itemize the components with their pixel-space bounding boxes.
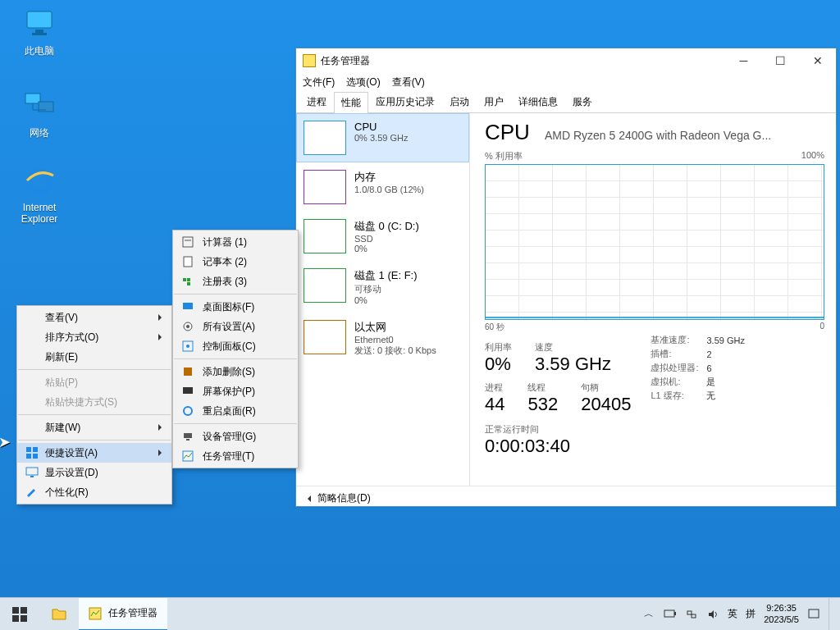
sm-notepad[interactable]: 记事本 (2) — [173, 252, 298, 272]
svg-point-7 — [29, 171, 50, 193]
ctx-personalize[interactable]: 个性化(R) — [17, 482, 171, 502]
menu-options[interactable]: 选项(O) — [346, 75, 380, 89]
settings-group-icon — [24, 445, 40, 461]
cat-cpu[interactable]: CPU0% 3.59 GHz — [296, 113, 469, 162]
sm-regedit[interactable]: 注册表 (3) — [173, 272, 298, 291]
tab-users[interactable]: 用户 — [477, 91, 511, 112]
tray-clock[interactable]: 9:26:352023/5/5 — [764, 603, 799, 624]
ie-icon — [22, 164, 57, 199]
minimize-button[interactable]: ─ — [725, 48, 762, 73]
tab-app-history[interactable]: 应用历史记录 — [368, 91, 442, 112]
svg-point-22 — [186, 325, 189, 328]
svg-rect-35 — [692, 614, 696, 618]
tab-processes[interactable]: 进程 — [299, 91, 334, 112]
handle-value: 20405 — [581, 394, 631, 415]
sm-deskicon[interactable]: 桌面图标(F) — [173, 297, 298, 317]
svg-rect-26 — [183, 387, 193, 394]
brush-icon — [24, 484, 40, 500]
titlebar[interactable]: 任务管理器 ─ ☐ ✕ — [296, 48, 836, 73]
window-title: 任务管理器 — [321, 54, 370, 68]
disk-thumb-icon — [304, 268, 346, 303]
start-button[interactable] — [0, 598, 39, 631]
menubar: 文件(F) 选项(O) 查看(V) — [296, 73, 836, 91]
tab-services[interactable]: 服务 — [565, 91, 600, 112]
taskbar-task-manager[interactable]: 任务管理器 — [79, 598, 167, 631]
ctx-quick-settings[interactable]: 便捷设置(A) — [17, 443, 171, 463]
sm-allsettings[interactable]: 所有设置(A) — [173, 317, 298, 336]
ctx-sort[interactable]: 排序方式(O) — [17, 327, 171, 347]
show-desktop-button[interactable] — [829, 598, 837, 631]
label: 进程 — [485, 381, 504, 394]
tab-startup[interactable]: 启动 — [442, 91, 477, 112]
svg-rect-8 — [26, 447, 31, 452]
tab-performance[interactable]: 性能 — [334, 92, 368, 113]
network-icon — [22, 89, 57, 123]
svg-rect-1 — [35, 30, 43, 33]
chart-ylabel: % 利用率 — [485, 150, 523, 162]
desktop-icon-ie[interactable]: Internet Explorer — [8, 164, 71, 225]
svg-rect-16 — [184, 257, 192, 267]
windows-logo-icon — [12, 607, 27, 622]
svg-rect-0 — [27, 11, 52, 28]
sm-task-manager[interactable]: 任务管理(T) — [173, 446, 298, 466]
menu-view[interactable]: 查看(V) — [392, 75, 425, 89]
sm-screensaver[interactable]: 屏幕保护(P) — [173, 381, 298, 401]
svg-rect-13 — [30, 476, 34, 477]
label: 线程 — [527, 381, 558, 394]
screensaver-icon — [180, 383, 196, 399]
svg-rect-10 — [26, 454, 31, 459]
cpu-utilization-chart[interactable] — [485, 164, 824, 320]
desktop-icons-icon — [180, 299, 196, 315]
label: 速度 — [535, 341, 611, 354]
cat-ethernet[interactable]: 以太网Ethernet0 发送: 0 接收: 0 Kbps — [296, 313, 469, 364]
sm-control-panel[interactable]: 控制面板(C) — [173, 336, 298, 356]
display-icon — [24, 464, 40, 481]
sm-device-manager[interactable]: 设备管理(G) — [173, 427, 298, 446]
ctx-paste-shortcut[interactable]: 粘贴快捷方式(S) — [17, 392, 171, 412]
ctx-new[interactable]: 新建(W) — [17, 418, 171, 437]
sm-calc[interactable]: 计算器 (1) — [173, 232, 298, 252]
menu-file[interactable]: 文件(F) — [303, 75, 335, 89]
desktop-context-menu: 查看(V) 排序方式(O) 刷新(E) 粘贴(P) 粘贴快捷方式(S) 新建(W… — [16, 305, 172, 504]
folder-icon — [51, 606, 67, 623]
chart-x-left: 60 秒 — [485, 322, 504, 333]
tab-details[interactable]: 详细信息 — [511, 91, 565, 112]
ctx-display-settings[interactable]: 显示设置(D) — [17, 463, 171, 482]
tray-ime2[interactable]: 拼 — [746, 607, 756, 621]
desktop-icon-this-pc[interactable]: 此电脑 — [8, 7, 71, 58]
desktop-icon-label: Explorer — [8, 213, 71, 225]
label: 利用率 — [485, 341, 512, 354]
uptime-value: 0:00:03:40 — [485, 436, 631, 457]
tray-ime1[interactable]: 英 — [728, 607, 737, 621]
svg-rect-25 — [184, 368, 192, 376]
tray-chevron-icon[interactable]: ︿ — [642, 608, 655, 621]
tray-volume-icon[interactable] — [706, 608, 719, 621]
cursor-icon: ➤ — [0, 433, 11, 451]
tray-notifications-icon[interactable] — [807, 608, 820, 621]
desktop-icon-network[interactable]: 网络 — [8, 89, 71, 140]
thread-value: 532 — [527, 394, 558, 415]
taskbar-file-explorer[interactable] — [39, 598, 79, 631]
sm-add-remove[interactable]: 添加删除(S) — [173, 362, 298, 381]
tray-network-icon[interactable] — [685, 608, 698, 621]
cat-disk1[interactable]: 磁盘 1 (E: F:)可移动 0% — [296, 261, 469, 313]
perf-detail-pane: CPU AMD Ryzen 5 2400G with Radeon Vega G… — [470, 113, 836, 486]
speed-value: 3.59 GHz — [535, 354, 611, 375]
close-button[interactable]: ✕ — [799, 48, 836, 73]
device-icon — [180, 428, 196, 445]
svg-rect-11 — [33, 454, 38, 459]
ctx-view[interactable]: 查看(V) — [17, 308, 171, 327]
task-manager-window: 任务管理器 ─ ☐ ✕ 文件(F) 选项(O) 查看(V) 进程 性能 应用历史… — [295, 48, 837, 507]
registry-icon — [180, 273, 196, 290]
cat-disk0[interactable]: 磁盘 0 (C: D:)SSD 0% — [296, 212, 469, 261]
sm-restart-desktop[interactable]: 重启桌面(R) — [173, 401, 298, 421]
svg-rect-29 — [186, 439, 189, 441]
maximize-button[interactable]: ☐ — [762, 48, 799, 73]
ctx-refresh[interactable]: 刷新(E) — [17, 347, 171, 367]
tray-battery-icon[interactable] — [664, 608, 677, 621]
fewer-details-button[interactable]: 简略信息(D) — [317, 491, 371, 505]
perf-title: CPU — [485, 120, 530, 145]
cat-memory[interactable]: 内存1.0/8.0 GB (12%) — [296, 162, 469, 212]
label: 正常运行时间 — [485, 423, 631, 436]
ctx-paste[interactable]: 粘贴(P) — [17, 372, 171, 392]
